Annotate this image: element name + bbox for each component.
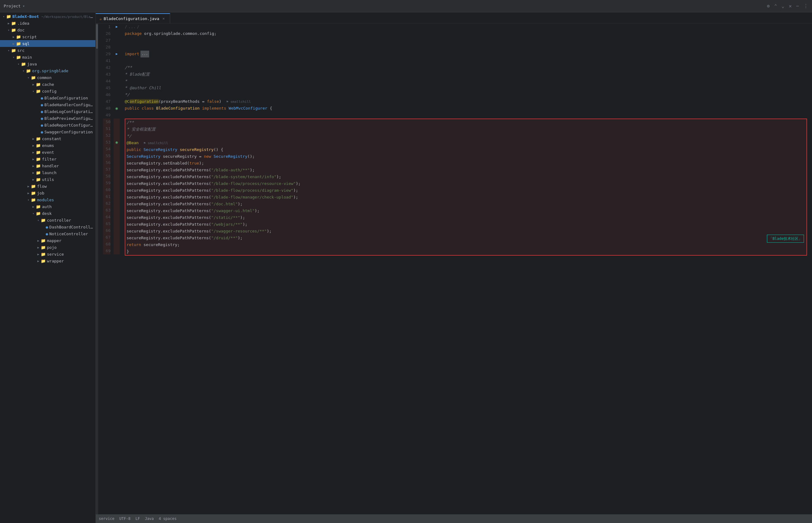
tree-item-dashboard-controller[interactable]: ◉ DashBoardController (0, 223, 95, 230)
folder-icon: 📁 (11, 28, 16, 32)
tree-item-bladex-boot[interactable]: ▾ 📁 BladeX-Boot ~/Workspaces/product/Bla… (0, 13, 95, 20)
tree-item-label: BladeConfiguration (44, 96, 93, 100)
tree-item-notice-controller[interactable]: ◉ NoticeController (0, 230, 95, 237)
code-line-27 (125, 37, 807, 44)
class-icon: ◉ (41, 123, 43, 127)
tree-item-sql[interactable]: ▶ 📁 sql (0, 40, 95, 47)
code-line-29: import ... (125, 51, 807, 57)
folder-icon: 📁 (36, 89, 41, 93)
up-icon[interactable]: ⌃ (774, 3, 777, 9)
tree-item-blade-configuration[interactable]: ◉ BladeConfiguration (0, 94, 95, 101)
code-line-41 (125, 57, 807, 64)
folder-icon: 📁 (41, 218, 46, 222)
code-line-1: /.../ (125, 23, 807, 30)
file-icon: ☕ (100, 16, 102, 21)
folder-icon: 📁 (36, 150, 41, 155)
tree-item-blade-log-configuration[interactable]: ◉ BladeLogConfiguration (0, 108, 95, 115)
tree-item-service[interactable]: ▶ 📁 service (0, 251, 95, 257)
dropdown-icon[interactable]: ▾ (22, 4, 25, 8)
code-editor[interactable]: 1 26 27 28 29 41 42 43 44 45 46 47 48 49… (98, 23, 812, 515)
tree-item-cache[interactable]: ▶ 📁 cache (0, 81, 95, 88)
tree-item-org-springblade[interactable]: ▾ 📁 org.springblade (0, 67, 95, 74)
code-line-44: * (125, 78, 807, 85)
tree-item-controller[interactable]: ▾ 📁 controller (0, 217, 95, 223)
tree-item-filter[interactable]: ▶ 📁 filter (0, 156, 95, 162)
tree-item-blade-report-configuration[interactable]: ◉ BladeReportConfiguration (0, 122, 95, 128)
tree-item-auth[interactable]: ▶ 📁 auth (0, 203, 95, 210)
tree-item-label: NoticeController (49, 232, 93, 236)
code-line-65: secureRegistry.excludePathPatterns("/web… (125, 221, 807, 228)
code-content: /.../ package org.springblade.common.con… (120, 23, 812, 515)
code-line-66: secureRegistry.excludePathPatterns("/swa… (125, 228, 807, 235)
tree-item-label: wrapper (47, 259, 93, 263)
close-icon[interactable]: ✕ (789, 3, 792, 9)
tree-item-enums[interactable]: ▶ 📁 enums (0, 142, 95, 149)
tree-item-main[interactable]: ▾ 📁 main (0, 54, 95, 60)
tree-item-src[interactable]: ▾ 📁 src (0, 47, 95, 54)
class-icon: ◉ (41, 103, 43, 107)
tab-close-button[interactable]: ✕ (161, 16, 166, 21)
arrow-icon: ▶ (11, 35, 16, 39)
tree-item-label: BladeHandlerConfiguration (44, 103, 93, 107)
tree-item-idea[interactable]: ▶ 📁 .idea (0, 20, 95, 26)
folder-icon: 📁 (31, 191, 36, 195)
folder-icon: 📁 (16, 55, 21, 59)
tree-item-constant[interactable]: ▶ 📁 constant (0, 135, 95, 142)
editor-content[interactable]: 1 26 27 28 29 41 42 43 44 45 46 47 48 49… (96, 23, 812, 515)
tree-item-label: src (17, 48, 93, 53)
arrow-icon: ▾ (31, 212, 36, 215)
tree-item-wrapper[interactable]: ▶ 📁 wrapper (0, 257, 95, 264)
code-line-58: secureRegistry.excludePathPatterns("/bla… (125, 174, 807, 180)
tree-item-label: mapper (47, 238, 93, 243)
tree-item-script[interactable]: ▶ 📁 script (0, 33, 95, 40)
tree-item-job[interactable]: ▶ 📁 job (0, 190, 95, 196)
tree-item-blade-preview-configuration[interactable]: ◉ BladePreviewConfiguration (0, 115, 95, 122)
class-icon: ◉ (41, 96, 43, 100)
arrow-icon: ▶ (6, 22, 11, 25)
tree-item-common[interactable]: ▾ 📁 common (0, 74, 95, 81)
arrow-icon: ▾ (6, 49, 11, 52)
tree-item-label: filter (42, 157, 93, 161)
tree-item-doc[interactable]: ▾ 📁 doc (0, 26, 95, 33)
scroll-indicator (96, 23, 98, 515)
tree-item-mapper[interactable]: ▶ 📁 mapper (0, 237, 95, 244)
tree-item-handler[interactable]: ▶ 📁 handler (0, 162, 95, 169)
tab-filename: BladeConfiguration.java (104, 16, 159, 21)
tree-item-event[interactable]: ▶ 📁 event (0, 149, 95, 156)
settings-icon[interactable]: ⋮ (804, 3, 808, 9)
minimize-icon[interactable]: − (796, 3, 799, 9)
tree-item-java[interactable]: ▾ 📁 java (0, 60, 95, 67)
blade-watermark-inner: 「Blade技术社区」 (767, 235, 804, 243)
status-linefeed-label: LF (136, 517, 140, 521)
arrow-icon: ▾ (21, 69, 26, 73)
class-icon: ◉ (46, 225, 48, 229)
tree-item-config[interactable]: ▾ 📁 config (0, 88, 95, 94)
tree-item-flow[interactable]: ▶ 📁 flow (0, 183, 95, 190)
down-icon[interactable]: ⌄ (781, 3, 784, 9)
tree-item-desk[interactable]: ▾ 📁 desk (0, 210, 95, 217)
editor-tab-blade-configuration[interactable]: ☕ BladeConfiguration.java ✕ (96, 13, 170, 23)
tree-item-launch[interactable]: ▶ 📁 launch (0, 169, 95, 176)
tree-item-label: flow (37, 184, 93, 188)
tree-item-label: doc (17, 28, 93, 32)
tree-item-blade-handler-configuration[interactable]: ◉ BladeHandlerConfiguration (0, 101, 95, 108)
editor-area: ☕ BladeConfiguration.java ✕ 1 26 27 28 2… (96, 12, 812, 523)
tab-bar: ☕ BladeConfiguration.java ✕ (96, 12, 812, 23)
tree-item-label: config (42, 89, 93, 93)
tree-item-swagger-configuration[interactable]: ◉ SwaggerConfiguration (0, 128, 95, 135)
folder-icon: 📁 (36, 82, 41, 87)
add-icon[interactable]: ⊕ (767, 3, 770, 9)
arrow-icon: ▶ (31, 158, 36, 161)
status-encoding-label: UTF-8 (120, 517, 131, 521)
code-line-51: * 安全框架配置 (125, 126, 807, 133)
tree-item-utils[interactable]: ▶ 📁 utils (0, 176, 95, 183)
title-bar: Project ▾ ⊕ ⌃ ⌄ ✕ − ⋮ (0, 0, 812, 12)
code-line-68: return secureRegistry; (125, 241, 807, 248)
arrow-icon: ▶ (31, 137, 36, 141)
tree-item-modules[interactable]: ▾ 📁 modules (0, 196, 95, 203)
tree-item-label: BladeReportConfiguration (44, 123, 93, 127)
code-line-64: secureRegistry.excludePathPatterns("/sta… (125, 214, 807, 221)
tree-item-label: constant (42, 137, 93, 141)
code-line-57: secureRegistry.excludePathPatterns("/bla… (125, 167, 807, 174)
tree-item-pojo[interactable]: ▶ 📁 pojo (0, 244, 95, 251)
